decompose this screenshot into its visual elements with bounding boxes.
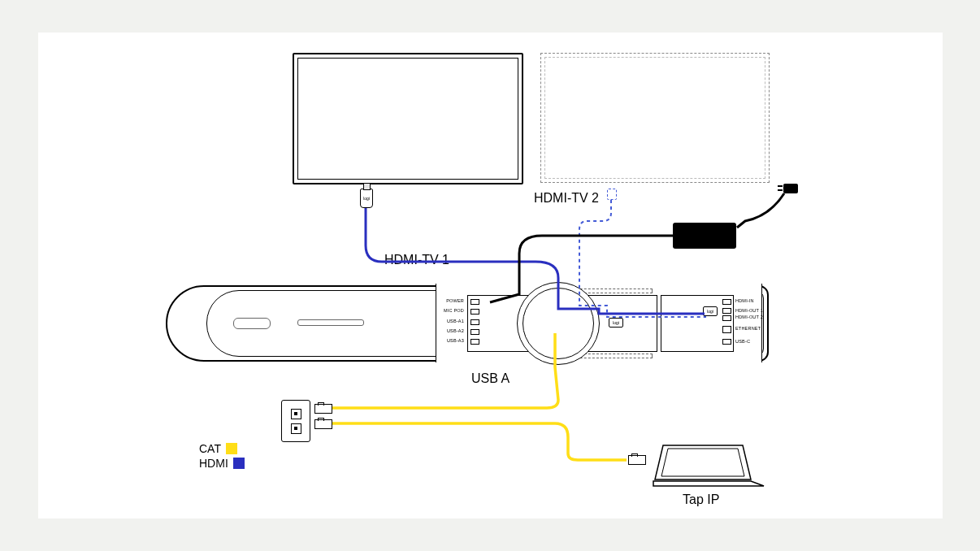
svg-marker-0	[653, 481, 764, 486]
logi-tag-icon: logi	[609, 318, 623, 328]
display-primary	[293, 53, 523, 184]
hdmi2-connector-icon	[607, 189, 617, 200]
power-plug-icon	[783, 184, 798, 193]
port-label: USB-A3	[447, 338, 464, 343]
label-hdmi-tv-2: HDMI-TV 2	[534, 191, 599, 206]
port-label: USB-A2	[447, 328, 464, 333]
legend: CAT HDMI	[199, 441, 245, 471]
legend-hdmi-label: HDMI	[199, 457, 228, 470]
diagram-canvas: HDMI-TV 1 HDMI-TV 2 USB A Tap IP CAT HDM…	[38, 33, 943, 518]
legend-hdmi-swatch	[233, 458, 245, 469]
video-bar-device: POWER MIC POD USB-A1 USB-A2 USB-A3 HDMI-…	[166, 285, 769, 362]
port-label: HDMI-OUT 2	[735, 315, 763, 319]
legend-cat-swatch	[226, 443, 237, 454]
port-label: POWER	[446, 298, 464, 303]
legend-cat-label: CAT	[199, 442, 221, 455]
camera-lens-icon	[517, 282, 600, 365]
wall-plate-icon	[281, 400, 310, 442]
port-label: USB-A1	[447, 319, 464, 323]
port-label: HDMI-OUT 1	[735, 308, 763, 313]
tap-ip-device-icon	[652, 444, 765, 488]
bar-button-icon	[233, 318, 271, 329]
port-label: USB-C	[735, 339, 750, 344]
label-hdmi-tv-1: HDMI-TV 1	[384, 253, 449, 267]
label-usb-a: USB A	[471, 371, 510, 386]
rj45-connector-icon	[314, 419, 332, 429]
power-adapter-icon	[673, 223, 736, 249]
port-label: MIC POD	[444, 308, 464, 313]
port-label: HDMI-IN	[735, 298, 754, 303]
logi-text: logi	[363, 196, 370, 201]
svg-marker-1	[655, 445, 751, 479]
logi-tag-icon: logi	[703, 306, 718, 316]
display-secondary-optional	[540, 53, 770, 183]
rj45-connector-icon	[314, 404, 332, 414]
wall-jack-1-icon	[291, 409, 301, 419]
label-tap-ip: Tap IP	[683, 492, 719, 507]
wall-jack-2-icon	[291, 423, 301, 434]
hdmi-connector-icon: logi	[360, 189, 373, 208]
port-label: ETHERNET	[735, 326, 761, 331]
rj45-connector-icon	[628, 455, 646, 465]
bar-slot-icon	[297, 319, 364, 326]
